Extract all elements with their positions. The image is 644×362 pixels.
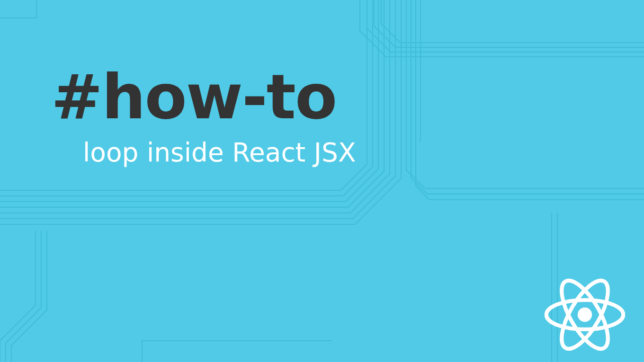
react-logo-icon (545, 274, 625, 355)
page-subheading: loop inside React JSX (83, 137, 356, 168)
svg-point-0 (578, 308, 592, 322)
page-heading: #how-to (51, 66, 336, 128)
